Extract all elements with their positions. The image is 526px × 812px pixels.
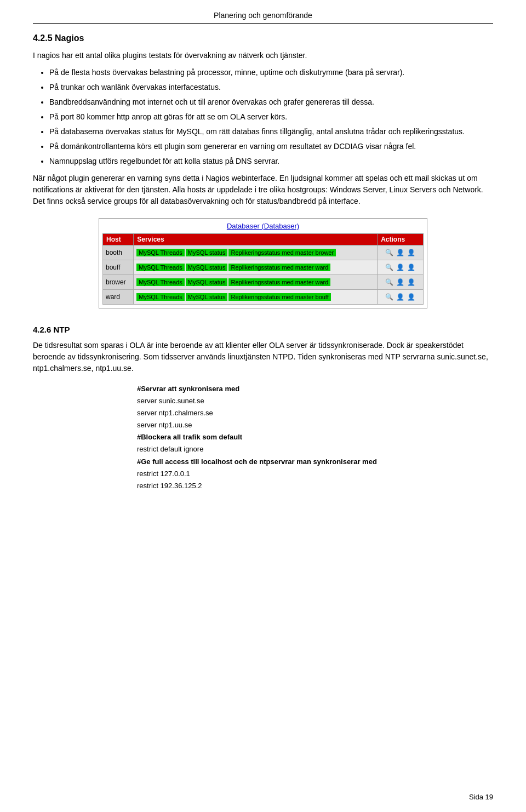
col-host: Host (103, 234, 134, 245)
services-cell: MySQL ThreadsMySQL statusReplikeringssta… (134, 290, 378, 305)
ok-icon[interactable]: 👤 (396, 277, 405, 287)
code-line: restrict default ignore (137, 443, 389, 455)
search-icon[interactable]: 🔍 (385, 248, 395, 258)
alert-icon[interactable]: 👤 (407, 277, 416, 287)
code-line: server sunic.sunet.se (137, 395, 389, 407)
host-cell[interactable]: ward (103, 290, 134, 305)
service-tag[interactable]: MySQL Threads (136, 278, 184, 286)
table-row: bouffMySQL ThreadsMySQL statusReplikerin… (103, 260, 424, 275)
search-icon[interactable]: 🔍 (385, 262, 395, 272)
service-tag[interactable]: MySQL status (186, 293, 228, 301)
bullet-1: På de flesta hosts övervakas belastning … (49, 67, 493, 78)
service-tag[interactable]: MySQL status (186, 278, 228, 286)
actions-cell: 🔍👤👤 (378, 260, 424, 275)
page-header: Planering och genomförande (33, 11, 493, 24)
section-425-heading: 4.2.5 Nagios (33, 33, 493, 43)
bullet-7: Namnuppslag utförs regelbundet för att k… (49, 156, 493, 167)
ok-icon[interactable]: 👤 (396, 248, 405, 258)
table-row: boothMySQL ThreadsMySQL statusReplikerin… (103, 245, 424, 260)
col-services: Services (134, 234, 378, 245)
ok-icon[interactable]: 👤 (396, 262, 405, 272)
nagios-table-wrapper: Databaser (Databaser) Host Services Acti… (99, 218, 427, 308)
service-tag[interactable]: Replikeringsstatus med master bouff (228, 293, 330, 301)
code-line: restrict 127.0.0.1 (137, 468, 389, 480)
host-cell[interactable]: brower (103, 275, 134, 290)
search-icon[interactable]: 🔍 (385, 277, 395, 287)
host-cell[interactable]: booth (103, 245, 134, 260)
code-line: server ntp1.chalmers.se (137, 407, 389, 419)
search-icon[interactable]: 🔍 (385, 292, 395, 302)
nagios-table: Host Services Actions boothMySQL Threads… (102, 233, 424, 305)
service-tag[interactable]: MySQL status (186, 264, 228, 271)
section-426: 4.2.6 NTP De tidsresultat som sparas i O… (33, 325, 493, 492)
alert-icon[interactable]: 👤 (407, 262, 416, 272)
page-number: Sida 19 (469, 793, 493, 801)
actions-cell: 🔍👤👤 (378, 275, 424, 290)
header-title: Planering och genomförande (214, 11, 312, 20)
section-426-para1: De tidsresultat som sparas i OLA är inte… (33, 340, 493, 374)
code-line: #Ge full access till localhost och de nt… (137, 456, 389, 468)
alert-icon[interactable]: 👤 (407, 292, 416, 302)
ok-icon[interactable]: 👤 (396, 292, 405, 302)
actions-cell: 🔍👤👤 (378, 290, 424, 305)
section-425-bullets: På de flesta hosts övervakas belastning … (49, 67, 493, 167)
host-cell[interactable]: bouff (103, 260, 134, 275)
service-tag[interactable]: Replikeringsstatus med master brower (228, 249, 336, 256)
service-tag[interactable]: MySQL Threads (136, 264, 184, 271)
nagios-table-title: Databaser (Databaser) (102, 222, 424, 230)
service-tag[interactable]: Replikeringsstatus med master ward (228, 278, 330, 286)
bullet-6: På domänkontrollanterna körs ett plugin … (49, 141, 493, 152)
services-cell: MySQL ThreadsMySQL statusReplikeringssta… (134, 245, 378, 260)
service-tag[interactable]: MySQL Threads (136, 249, 184, 256)
bullet-5: På databaserna övervakas status för MySQ… (49, 126, 493, 138)
section-425-para1: När något plugin genererar en varning sy… (33, 173, 493, 207)
service-tag[interactable]: Replikeringsstatus med master ward (228, 264, 330, 271)
services-cell: MySQL ThreadsMySQL statusReplikeringssta… (134, 260, 378, 275)
section-426-heading: 4.2.6 NTP (33, 325, 493, 334)
code-line: #Blockera all trafik som default (137, 431, 389, 443)
code-line: restrict 192.36.125.2 (137, 480, 389, 492)
page-footer: Sida 19 (469, 793, 493, 801)
table-row: browerMySQL ThreadsMySQL statusReplikeri… (103, 275, 424, 290)
col-actions: Actions (378, 234, 424, 245)
section-425-intro: I nagios har ett antal olika plugins tes… (33, 50, 493, 61)
bullet-3: Bandbreddsanvändning mot internet och ut… (49, 96, 493, 108)
alert-icon[interactable]: 👤 (407, 248, 416, 258)
service-tag[interactable]: MySQL Threads (136, 293, 184, 301)
service-tag[interactable]: MySQL status (186, 249, 228, 256)
bullet-2: På trunkar och wanlänk övervakas interfa… (49, 82, 493, 93)
bullet-4: På port 80 kommer http anrop att göras f… (49, 111, 493, 123)
actions-cell: 🔍👤👤 (378, 245, 424, 260)
services-cell: MySQL ThreadsMySQL statusReplikeringssta… (134, 275, 378, 290)
code-line: #Servrar att synkronisera med (137, 383, 389, 395)
code-line: server ntp1.uu.se (137, 419, 389, 431)
table-row: wardMySQL ThreadsMySQL statusReplikering… (103, 290, 424, 305)
ntp-code-block: #Servrar att synkronisera medserver suni… (137, 383, 389, 492)
